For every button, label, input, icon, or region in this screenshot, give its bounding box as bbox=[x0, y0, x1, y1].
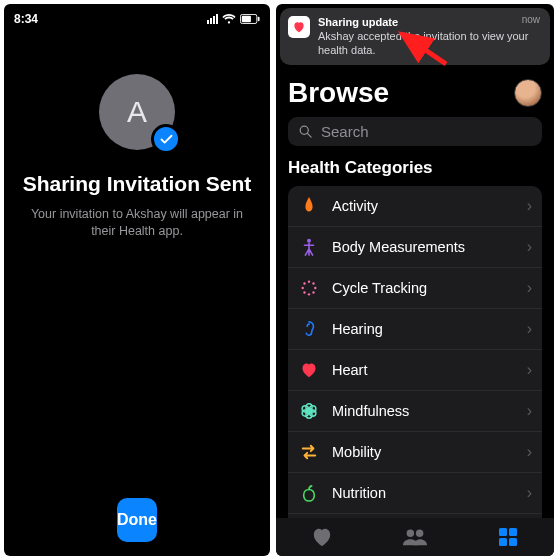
svg-point-11 bbox=[308, 293, 310, 295]
category-label: Cycle Tracking bbox=[332, 280, 427, 296]
avatar-letter: A bbox=[127, 95, 147, 129]
notification-text: Akshay accepted the invitation to view y… bbox=[318, 30, 542, 58]
body-icon bbox=[298, 236, 320, 258]
category-nutrition[interactable]: Nutrition › bbox=[288, 473, 542, 514]
status-bar: 8:34 bbox=[4, 4, 270, 34]
sent-subtitle: Your invitation to Akshay will appear in… bbox=[4, 206, 270, 240]
category-hearing[interactable]: Hearing › bbox=[288, 309, 542, 350]
svg-point-24 bbox=[407, 530, 414, 537]
chevron-right-icon: › bbox=[527, 238, 532, 256]
svg-rect-29 bbox=[509, 538, 517, 546]
category-heart[interactable]: Heart › bbox=[288, 350, 542, 391]
category-mobility[interactable]: Mobility › bbox=[288, 432, 542, 473]
svg-point-6 bbox=[307, 239, 311, 243]
mobility-icon bbox=[298, 441, 320, 463]
hearing-icon bbox=[298, 318, 320, 340]
nutrition-icon bbox=[298, 482, 320, 504]
svg-point-13 bbox=[302, 287, 304, 289]
health-app-icon bbox=[288, 16, 310, 38]
sharing-sent-screen: 8:34 A Sharing Invitation Sent Your invi… bbox=[4, 4, 270, 556]
search-placeholder: Search bbox=[321, 123, 369, 140]
category-cycle[interactable]: Cycle Tracking › bbox=[288, 268, 542, 309]
chevron-right-icon: › bbox=[527, 484, 532, 502]
contact-avatar: A bbox=[99, 74, 175, 150]
categories-list: Activity › Body Measurements › Cycle Tra… bbox=[288, 186, 542, 556]
notification-banner[interactable]: Sharing update Akshay accepted the invit… bbox=[280, 8, 550, 65]
heart-icon bbox=[298, 359, 320, 381]
svg-point-25 bbox=[416, 530, 423, 537]
category-mindfulness[interactable]: Mindfulness › bbox=[288, 391, 542, 432]
category-label: Hearing bbox=[332, 321, 383, 337]
svg-rect-28 bbox=[499, 538, 507, 546]
profile-avatar[interactable] bbox=[514, 79, 542, 107]
svg-rect-1 bbox=[242, 16, 251, 22]
done-button[interactable]: Done bbox=[117, 498, 157, 542]
svg-point-14 bbox=[303, 282, 305, 284]
category-label: Mindfulness bbox=[332, 403, 409, 419]
category-label: Mobility bbox=[332, 444, 381, 460]
status-icons bbox=[207, 14, 260, 24]
browse-title: Browse bbox=[288, 77, 389, 109]
category-label: Nutrition bbox=[332, 485, 386, 501]
chevron-right-icon: › bbox=[527, 197, 532, 215]
section-header: Health Categories bbox=[276, 156, 554, 186]
svg-point-7 bbox=[308, 281, 310, 283]
browse-tab-icon bbox=[498, 527, 518, 547]
mindfulness-icon bbox=[298, 400, 320, 422]
category-label: Activity bbox=[332, 198, 378, 214]
category-activity[interactable]: Activity › bbox=[288, 186, 542, 227]
chevron-right-icon: › bbox=[527, 402, 532, 420]
tab-summary[interactable] bbox=[276, 518, 369, 556]
notification-time: now bbox=[522, 14, 540, 25]
sent-content: A Sharing Invitation Sent Your invitatio… bbox=[4, 34, 270, 556]
category-label: Heart bbox=[332, 362, 367, 378]
notification-title: Sharing update bbox=[318, 16, 542, 30]
svg-line-5 bbox=[307, 134, 311, 138]
search-field[interactable]: Search bbox=[288, 117, 542, 146]
heart-tab-icon bbox=[311, 527, 333, 547]
svg-point-10 bbox=[312, 291, 314, 293]
chevron-right-icon: › bbox=[527, 443, 532, 461]
activity-icon bbox=[298, 195, 320, 217]
wifi-icon bbox=[222, 14, 236, 24]
svg-rect-2 bbox=[258, 17, 260, 22]
category-body[interactable]: Body Measurements › bbox=[288, 227, 542, 268]
svg-rect-27 bbox=[509, 528, 517, 536]
browse-header: Browse bbox=[276, 73, 554, 115]
sharing-tab-icon bbox=[402, 527, 428, 547]
done-label: Done bbox=[117, 511, 157, 529]
svg-point-12 bbox=[303, 291, 305, 293]
svg-rect-26 bbox=[499, 528, 507, 536]
browse-screen: Sharing update Akshay accepted the invit… bbox=[276, 4, 554, 556]
status-time: 8:34 bbox=[14, 12, 38, 26]
tab-browse[interactable] bbox=[461, 518, 554, 556]
sent-title: Sharing Invitation Sent bbox=[11, 172, 264, 196]
category-label: Body Measurements bbox=[332, 239, 465, 255]
search-icon bbox=[298, 124, 313, 139]
notification-body: Sharing update Akshay accepted the invit… bbox=[318, 16, 542, 57]
cycle-icon bbox=[298, 277, 320, 299]
tab-bar bbox=[276, 518, 554, 556]
chevron-right-icon: › bbox=[527, 361, 532, 379]
chevron-right-icon: › bbox=[527, 320, 532, 338]
tab-sharing[interactable] bbox=[369, 518, 462, 556]
svg-point-9 bbox=[314, 287, 316, 289]
signal-icon bbox=[207, 14, 218, 24]
chevron-right-icon: › bbox=[527, 279, 532, 297]
checkmark-badge-icon bbox=[151, 124, 181, 154]
battery-icon bbox=[240, 14, 260, 24]
svg-point-8 bbox=[312, 282, 314, 284]
